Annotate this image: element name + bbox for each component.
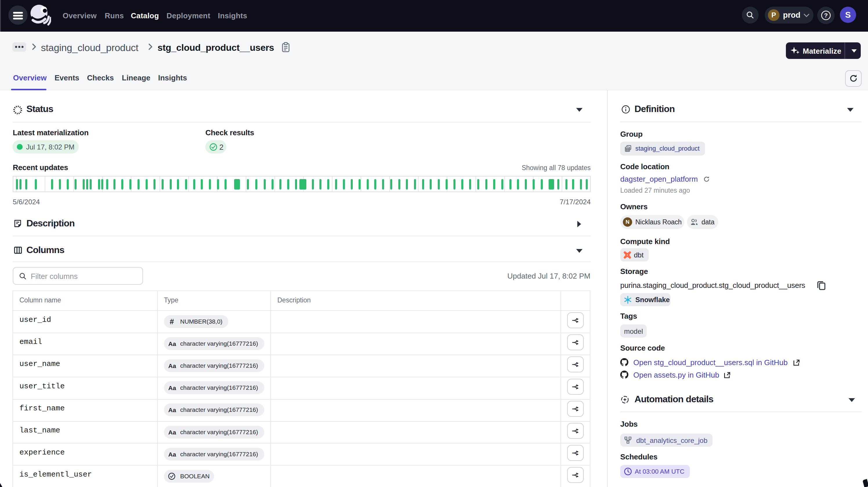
svg-text:?: ?: [824, 12, 828, 19]
